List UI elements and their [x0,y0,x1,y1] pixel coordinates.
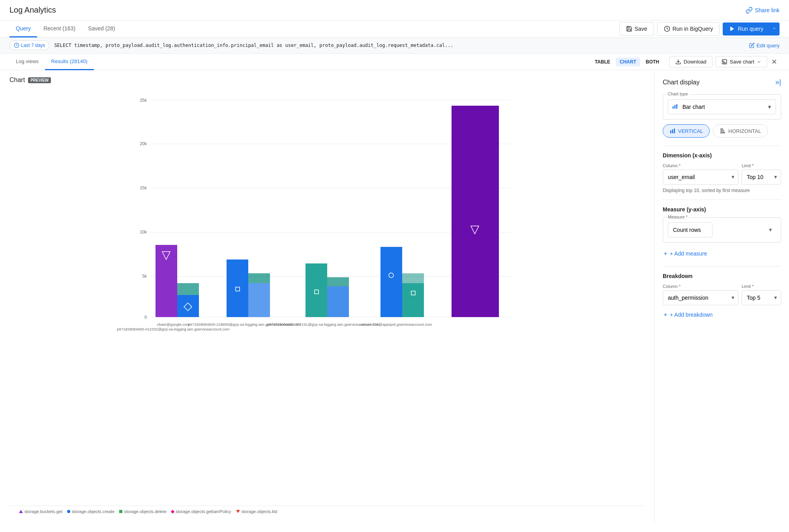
panel-title: Chart display [663,79,699,86]
svg-rect-17 [156,245,177,317]
svg-rect-24 [227,259,248,317]
top-tabs: Query Recent (163) Saved (28) Save Run i… [0,21,789,37]
legend-item-objects-create: storage.objects.create [67,509,114,514]
legend-triangle-down-icon [236,510,240,513]
breakdown-section-title: Breakdown [663,273,781,279]
play-icon [729,26,735,32]
horizontal-bars-icon [720,128,726,134]
svg-text:p971828084600-012332@gcp-sa-lo: p971828084600-012332@gcp-sa-logging.iam.… [117,327,229,331]
save-button[interactable]: Save [619,22,654,35]
share-icon [746,7,753,14]
legend-triangle-up-icon [19,510,23,513]
measure-section-title: Measure (y-axis) [663,206,781,213]
svg-rect-4 [722,60,727,64]
measure-label: Measure * [666,215,689,219]
save-icon [626,26,632,32]
svg-text:20k: 20k [140,141,147,146]
share-link-button[interactable]: Share link [746,7,780,14]
svg-rect-40 [452,106,499,317]
svg-rect-48 [720,129,723,130]
run-query-dropdown[interactable] [770,22,780,35]
dimension-column-input[interactable] [663,170,738,185]
view-chart-pill[interactable]: CHART [616,58,640,66]
view-tab-results[interactable]: Results (28140) [45,54,94,70]
breakdown-column-input[interactable] [663,290,738,305]
add-breakdown-icon [663,312,668,317]
chart-label: Chart [9,77,25,84]
measure-fieldset: Measure * Count rows Sum Average ▼ [663,217,781,243]
svg-rect-18 [177,295,199,317]
app-title: Log Analytics [9,6,56,15]
breakdown-limit-input[interactable] [742,290,781,305]
add-measure-icon [663,251,668,256]
edit-query-button[interactable]: Edit query [749,43,780,49]
legend-item-objects-getiampolicy: storage.objects.getIamPolicy [171,509,231,514]
bar-chart-icon [672,103,678,111]
save-chart-dropdown-icon [757,60,761,64]
dimension-section-title: Dimension (x-axis) [663,152,781,159]
svg-rect-43 [675,105,676,108]
orientation-buttons: VERTICAL HORIZONTAL [663,124,781,138]
horizontal-orientation-button[interactable]: HORIZONTAL [713,124,768,138]
preview-badge: PREVIEW [28,77,51,83]
legend-diamond-icon [171,510,174,513]
breakdown-column-group: Column * ▼ [663,284,738,305]
save-chart-button[interactable]: Save chart [716,56,767,67]
dimension-limit-group: Limit * ▼ [742,163,781,185]
tab-query[interactable]: Query [9,21,37,37]
chart-display-panel: Chart display »| Chart type Bar chart Li… [655,70,789,523]
add-measure-button[interactable]: + Add measure [663,247,707,260]
svg-rect-42 [673,106,674,109]
panel-header: Chart display »| [663,78,781,86]
svg-rect-29 [305,263,327,317]
download-button[interactable]: Download [669,56,712,67]
run-query-button[interactable]: Run query [723,22,770,35]
run-bigquery-button[interactable]: Run in BigQuery [657,22,720,35]
main-content: Chart PREVIEW 25k 20k 15k 10k 5k 0 [0,70,789,523]
download-icon [675,59,681,65]
view-tab-log-views[interactable]: Log views [9,54,45,70]
svg-rect-46 [672,129,673,133]
chart-type-fieldset: Chart type Bar chart Line chart Pie char… [663,94,781,119]
tab-saved[interactable]: Saved (28) [82,21,121,37]
close-panel-button[interactable]: ✕ [769,55,780,69]
tab-recent[interactable]: Recent (163) [37,21,82,37]
svg-rect-34 [380,247,402,317]
vertical-orientation-button[interactable]: VERTICAL [663,124,710,138]
vertical-bars-icon [669,128,676,134]
legend-square-icon [119,510,122,513]
svg-text:0: 0 [144,315,147,319]
view-both-pill[interactable]: BOTH [642,58,663,66]
svg-rect-19 [177,283,199,295]
svg-rect-49 [720,131,724,132]
measure-chevron-icon: ▼ [768,227,773,233]
svg-text:10k: 10k [140,230,147,234]
svg-rect-44 [676,104,677,108]
svg-rect-26 [248,273,270,283]
breakdown-limit-label: Limit * [742,284,781,289]
time-filter-chip[interactable]: Last 7 days [9,41,49,50]
dimension-limit-input[interactable] [742,170,781,185]
chart-header: Chart PREVIEW [9,77,645,84]
svg-rect-35 [402,283,424,317]
measure-select[interactable]: Count rows Sum Average [668,222,712,237]
breakdown-column-label: Column * [663,284,738,289]
save-chart-icon [722,59,727,65]
panel-collapse-button[interactable]: »| [775,78,781,86]
svg-marker-1 [731,26,734,31]
svg-text:5k: 5k [142,274,147,278]
measure-select-wrapper: Count rows Sum Average ▼ [668,222,776,237]
dimension-limit-label: Limit * [742,163,781,168]
view-table-pill[interactable]: TABLE [591,58,614,66]
legend-item-buckets-get: storage.buckets.get [19,509,62,514]
svg-text:cbaer@google.com: cbaer@google.com [157,322,190,327]
svg-rect-31 [327,277,349,286]
legend-item-objects-delete: storage.objects.delete [119,509,167,514]
dimension-column-wrapper: ▼ [663,170,738,185]
clock-icon [14,43,19,48]
bigquery-icon [664,26,670,32]
add-breakdown-button[interactable]: + Add breakdown [663,308,713,321]
edit-icon [749,43,755,48]
chart-type-select[interactable]: Bar chart Line chart Pie chart [668,99,776,114]
header: Log Analytics Share link [0,0,789,21]
